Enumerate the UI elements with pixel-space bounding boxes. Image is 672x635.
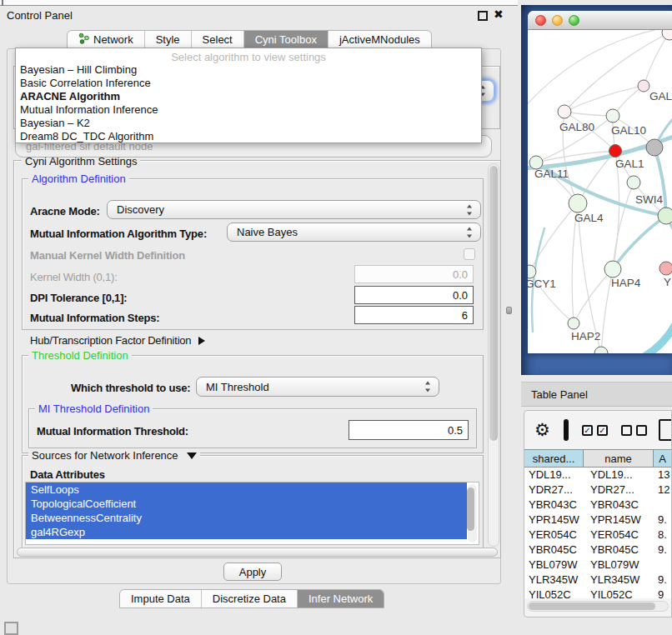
table-row[interactable]: YER054CYER054C8. bbox=[524, 528, 671, 542]
algorithm-popup-item[interactable]: ARACNE Algorithm bbox=[16, 90, 481, 103]
minimize-window-icon[interactable] bbox=[552, 15, 563, 26]
panel-splitter-grip[interactable] bbox=[506, 307, 512, 314]
network-node-HAP2[interactable] bbox=[568, 318, 579, 329]
tab-label: jActiveMNodules bbox=[339, 33, 420, 46]
tab-cyni-toolbox[interactable]: Cyni Toolbox bbox=[244, 31, 328, 48]
float-panel-icon[interactable] bbox=[478, 11, 488, 21]
list-scrollbar[interactable] bbox=[468, 484, 477, 542]
algorithm-popup-item[interactable]: Dream8 DC_TDC Algorithm bbox=[16, 130, 481, 143]
table-row[interactable]: YBL079WYBL079W bbox=[524, 558, 671, 572]
close-window-icon[interactable] bbox=[535, 15, 546, 26]
gear-icon[interactable]: ⚙ bbox=[534, 422, 550, 439]
network-node-node-c[interactable] bbox=[627, 176, 640, 189]
network-node-node-gray[interactable] bbox=[646, 139, 663, 156]
data-attributes-list[interactable]: SelfLoopsTopologicalCoefficientBetweenne… bbox=[25, 482, 479, 545]
column-header-shared-name[interactable]: shared... bbox=[524, 450, 584, 467]
table-cell: YBR045C bbox=[524, 542, 584, 558]
manual-kernel-checkbox[interactable] bbox=[464, 248, 475, 260]
network-edge[interactable] bbox=[574, 269, 613, 323]
network-node-GAL80[interactable] bbox=[558, 105, 571, 118]
algorithm-popup-list: Bayesian – Hill ClimbingBasic Correlatio… bbox=[16, 63, 481, 143]
table-cell: YIL052C bbox=[524, 588, 584, 598]
sources-title[interactable]: Sources for Network Inference bbox=[28, 449, 200, 462]
mi-threshold-field[interactable]: 0.5 bbox=[349, 420, 469, 440]
network-edge[interactable] bbox=[644, 32, 669, 86]
network-node-GAL1[interactable] bbox=[609, 145, 622, 158]
close-panel-icon[interactable]: ✖ bbox=[494, 8, 504, 20]
page-icon[interactable] bbox=[659, 419, 672, 441]
split-columns-icon[interactable] bbox=[564, 419, 569, 441]
network-node-GAL[interactable] bbox=[638, 80, 649, 92]
table-row[interactable]: YIL052CYIL052C9 bbox=[524, 588, 671, 598]
tab-label: Select bbox=[203, 33, 233, 46]
hub-definition-section[interactable]: Hub/Transcription Factor Definition bbox=[30, 334, 205, 347]
minimized-panel-icon[interactable] bbox=[4, 622, 18, 635]
network-node-HAP4[interactable] bbox=[604, 261, 621, 278]
table-cell: YBL079W bbox=[524, 558, 584, 572]
network-edge[interactable] bbox=[528, 30, 654, 109]
show-columns-icon[interactable]: ✓✓ bbox=[582, 425, 608, 436]
table-row[interactable]: YPR145WYPR145W9. bbox=[524, 512, 671, 528]
table-row[interactable]: YBR043CYBR043C bbox=[524, 498, 671, 512]
table-horizontal-scrollbar[interactable] bbox=[527, 601, 669, 612]
tab-infer-network[interactable]: Infer Network bbox=[298, 590, 384, 608]
tab-impute-data[interactable]: Impute Data bbox=[120, 590, 202, 608]
table-cell: YBR043C bbox=[524, 498, 584, 512]
network-node-SWI4[interactable] bbox=[658, 208, 672, 224]
tab-discretize-data[interactable]: Discretize Data bbox=[202, 590, 298, 608]
which-threshold-value: MI Threshold bbox=[206, 381, 269, 393]
mi-algorithm-type-select[interactable]: Naive Bayes bbox=[227, 222, 481, 242]
network-edge[interactable] bbox=[626, 307, 672, 353]
table-row[interactable]: YDL19...YDL19...13 bbox=[524, 468, 671, 482]
mi-steps-field[interactable]: 6 bbox=[354, 306, 474, 324]
zoom-window-icon[interactable] bbox=[569, 15, 579, 26]
column-header-clipped[interactable]: A bbox=[654, 450, 671, 467]
settings-horizontal-scrollbar-thumb[interactable] bbox=[17, 548, 498, 557]
kernel-width-label: Kernel Width (0,1): bbox=[30, 271, 118, 283]
data-attribute-item[interactable]: gal4RGexp bbox=[26, 525, 467, 539]
collapse-down-icon[interactable] bbox=[187, 452, 197, 459]
tab-jactivemnodules[interactable]: jActiveMNodules bbox=[328, 31, 431, 48]
tab-select[interactable]: Select bbox=[192, 31, 244, 48]
network-edge[interactable] bbox=[564, 112, 613, 116]
table-cell: 9. bbox=[654, 512, 671, 528]
network-node-label: GAL1 bbox=[615, 158, 644, 170]
checked-box-icon: ✓ bbox=[597, 425, 608, 436]
network-view-window: GALGAL80GAL10GAL1GAL11SWI4GAL4GCY1HAP4YH… bbox=[528, 11, 672, 353]
apply-button[interactable]: Apply bbox=[223, 562, 282, 581]
table-cell: YDL19... bbox=[584, 468, 654, 482]
algorithm-popup-item[interactable]: Bayesian – K2 bbox=[16, 117, 481, 130]
network-node-node-e[interactable] bbox=[594, 347, 608, 353]
column-header-name[interactable]: name bbox=[584, 450, 654, 467]
data-attribute-item[interactable]: TopologicalCoefficient bbox=[26, 497, 467, 511]
hide-columns-icon[interactable] bbox=[621, 425, 647, 436]
table-cell: YBR043C bbox=[584, 498, 654, 512]
kernel-width-field[interactable]: 0.0 bbox=[354, 265, 474, 283]
network-node-GAL4[interactable] bbox=[569, 194, 587, 212]
table-horizontal-scrollbar-thumb[interactable] bbox=[529, 602, 655, 610]
data-attributes-label: Data Attributes bbox=[30, 468, 105, 481]
table-cell: YDR27... bbox=[524, 482, 584, 498]
network-node-node-a[interactable] bbox=[662, 30, 672, 40]
network-node-Y[interactable] bbox=[659, 262, 672, 275]
table-row[interactable]: YDR27...YDR27...12 bbox=[524, 482, 671, 498]
table-row[interactable]: YBR045CYBR045C9. bbox=[524, 542, 671, 558]
tab-style[interactable]: Style bbox=[145, 31, 192, 48]
tab-network[interactable]: Network bbox=[68, 31, 145, 48]
network-node-GAL10[interactable] bbox=[606, 109, 619, 122]
table-row[interactable]: YLR345WYLR345W9. bbox=[524, 572, 671, 588]
algorithm-popup-item[interactable]: Basic Correlation Inference bbox=[16, 77, 481, 90]
list-scrollbar-thumb[interactable] bbox=[467, 488, 474, 531]
kernel-width-value: 0.0 bbox=[453, 268, 468, 281]
dpi-tolerance-field[interactable]: 0.0 bbox=[354, 286, 474, 304]
algorithm-popup-item[interactable]: Bayesian – Hill Climbing bbox=[16, 63, 481, 77]
which-threshold-select[interactable]: MI Threshold bbox=[196, 377, 439, 397]
network-canvas[interactable]: GALGAL80GAL10GAL1GAL11SWI4GAL4GCY1HAP4YH… bbox=[528, 30, 672, 353]
data-attribute-item[interactable]: BetweennessCentrality bbox=[26, 511, 467, 525]
algorithm-popup-item[interactable]: Mutual Information Inference bbox=[16, 103, 481, 117]
aracne-mode-select[interactable]: Discovery bbox=[107, 200, 481, 219]
expand-right-icon[interactable] bbox=[198, 337, 205, 345]
data-attribute-item[interactable]: SelfLoops bbox=[26, 482, 467, 497]
network-window-titlebar[interactable] bbox=[528, 11, 672, 30]
settings-vertical-scrollbar-thumb[interactable] bbox=[489, 166, 498, 441]
